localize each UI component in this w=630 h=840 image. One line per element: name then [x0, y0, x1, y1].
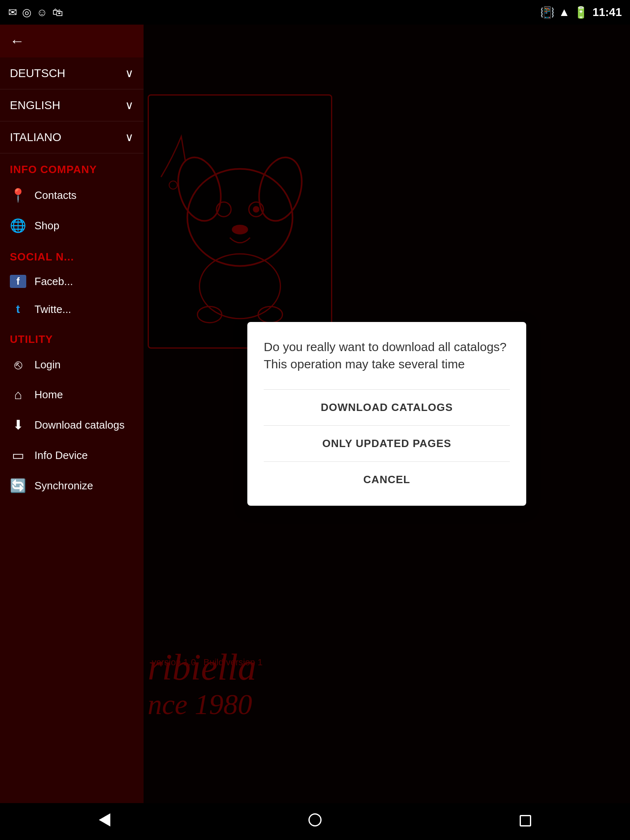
status-time: 11:41 [592, 6, 622, 19]
deutsch-label: DEUTSCH [10, 67, 65, 80]
info-device-label: Info Device [34, 449, 88, 462]
login-icon: ⎋ [10, 357, 26, 372]
shop-label: Shop [34, 219, 59, 232]
english-label: ENGLISH [10, 99, 60, 112]
sidebar-item-english[interactable]: ENGLISH ∨ [0, 89, 144, 121]
dialog-message: Do you really want to download all catal… [264, 338, 510, 373]
sidebar-item-download-catalogs[interactable]: ⬇ Download catalogs [0, 410, 144, 440]
download-icon: ⬇ [10, 417, 26, 433]
globe-icon: 🌐 [10, 218, 26, 233]
main-content: ← DEUTSCH ∨ ENGLISH ∨ ITALIANO ∨ INFO CO… [0, 25, 630, 803]
sidebar-item-synchronize[interactable]: 🔄 Synchronize [0, 470, 144, 501]
nav-recents-icon [520, 815, 531, 826]
wifi-icon: ▲ [559, 6, 570, 19]
sync-icon: 🔄 [10, 478, 26, 493]
home-label: Home [34, 388, 63, 401]
nav-recents-button[interactable] [507, 809, 543, 834]
smiley-icon: ☺ [37, 6, 48, 19]
dialog: Do you really want to download all catal… [247, 322, 526, 506]
status-bar: ✉ ◎ ☺ 🛍 📳 ▲ 🔋 11:41 [0, 0, 630, 25]
nav-home-button[interactable] [296, 809, 334, 834]
nav-bar [0, 803, 630, 840]
back-button[interactable]: ← [0, 25, 144, 57]
location-icon: 📍 [10, 187, 26, 203]
sidebar-item-contacts[interactable]: 📍 Contacts [0, 180, 144, 210]
contacts-label: Contacts [34, 189, 77, 202]
sidebar-item-italiano[interactable]: ITALIANO ∨ [0, 121, 144, 153]
sidebar-item-twitter[interactable]: t Twitte... [0, 295, 144, 323]
status-bar-left-icons: ✉ ◎ ☺ 🛍 [8, 6, 63, 19]
device-icon: ▭ [10, 447, 26, 463]
cancel-button[interactable]: CANCEL [264, 462, 510, 498]
facebook-label: Faceb... [34, 275, 73, 288]
mail-icon: ✉ [8, 6, 17, 19]
login-label: Login [34, 358, 61, 371]
sidebar-item-shop[interactable]: 🌐 Shop [0, 210, 144, 241]
section-info-company: INFO COMPANY [0, 153, 144, 180]
italiano-chevron-icon: ∨ [125, 130, 134, 144]
crosshair-icon: ◎ [22, 6, 32, 19]
twitter-label: Twitte... [34, 303, 71, 316]
sidebar: ← DEUTSCH ∨ ENGLISH ∨ ITALIANO ∨ INFO CO… [0, 25, 144, 803]
sidebar-item-home[interactable]: ⌂ Home [0, 380, 144, 410]
synchronize-label: Synchronize [34, 479, 93, 492]
status-bar-right-icons: 📳 ▲ 🔋 11:41 [540, 6, 622, 19]
facebook-icon: f [10, 275, 26, 288]
sidebar-item-info-device[interactable]: ▭ Info Device [0, 440, 144, 470]
back-arrow-icon: ← [10, 32, 25, 50]
italiano-label: ITALIANO [10, 131, 62, 144]
nav-back-button[interactable] [87, 809, 123, 834]
right-panel: ribiella nce 1980 version 1.0 Build vers… [144, 25, 630, 803]
home-icon: ⌂ [10, 387, 26, 402]
sidebar-item-facebook[interactable]: f Faceb... [0, 267, 144, 295]
download-catalogs-button[interactable]: DOWNLOAD CATALOGS [264, 390, 510, 425]
section-social: SOCIAL N... [0, 241, 144, 267]
nav-back-icon [99, 813, 110, 826]
dialog-overlay: Do you really want to download all catal… [144, 25, 630, 803]
english-chevron-icon: ∨ [125, 98, 134, 112]
download-catalogs-label: Download catalogs [34, 419, 125, 431]
deutsch-chevron-icon: ∨ [125, 66, 134, 80]
only-updated-pages-button[interactable]: ONLY UPDATED PAGES [264, 426, 510, 461]
vibrate-icon: 📳 [540, 6, 555, 19]
twitter-icon: t [10, 303, 26, 316]
sidebar-item-login[interactable]: ⎋ Login [0, 350, 144, 380]
section-utility: UTILITY [0, 323, 144, 350]
nav-home-icon [308, 813, 322, 826]
shopping-icon: 🛍 [52, 6, 63, 19]
sidebar-item-deutsch[interactable]: DEUTSCH ∨ [0, 57, 144, 89]
battery-icon: 🔋 [574, 6, 588, 19]
